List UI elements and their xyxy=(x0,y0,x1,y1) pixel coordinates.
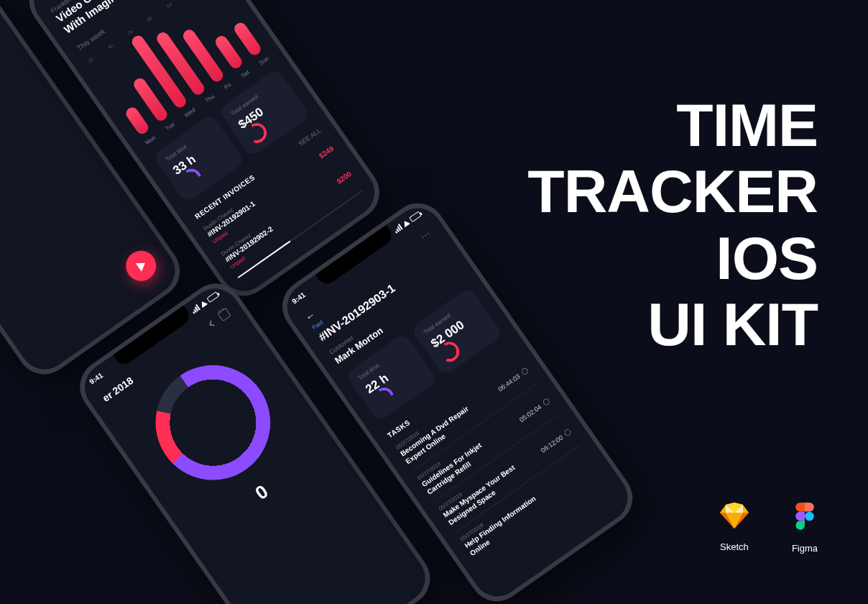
clock-icon xyxy=(542,398,551,407)
tool-figma[interactable]: Figma xyxy=(792,503,818,554)
figma-icon xyxy=(795,503,814,530)
timer-value: 5:00 xyxy=(0,0,24,150)
chevron-left-icon[interactable] xyxy=(209,320,215,326)
phone-mockups: e tracker 8 Review 5:00 9:41 Franklin Be… xyxy=(0,0,770,604)
play-button[interactable] xyxy=(120,245,162,287)
clock-icon xyxy=(563,428,573,437)
ring-center-value: 0 xyxy=(251,480,273,505)
svg-point-9 xyxy=(805,512,814,521)
sketch-label: Sketch xyxy=(720,541,749,552)
figma-label: Figma xyxy=(792,543,818,554)
calendar-icon[interactable] xyxy=(217,308,231,321)
tool-icons-row: Sketch Figma xyxy=(720,503,818,554)
clock-icon xyxy=(520,367,530,376)
sketch-icon xyxy=(720,503,749,528)
tool-sketch[interactable]: Sketch xyxy=(720,503,749,554)
